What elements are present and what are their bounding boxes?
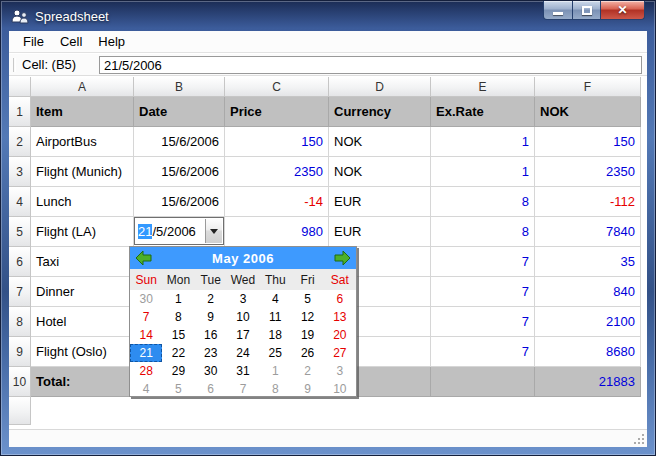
calendar-day[interactable]: 13	[324, 308, 356, 326]
calendar-day[interactable]: 3	[227, 290, 259, 308]
cell-A7[interactable]: Dinner	[31, 277, 134, 307]
cell-E10[interactable]	[431, 367, 535, 397]
calendar-day[interactable]: 27	[324, 344, 356, 362]
cell-C5[interactable]: 980	[225, 217, 329, 247]
cell-E1[interactable]: Ex.Rate	[431, 97, 535, 127]
cell-B4[interactable]: 15/6/2006	[134, 187, 225, 217]
calendar-day[interactable]: 20	[324, 326, 356, 344]
calendar-day[interactable]: 5	[291, 290, 323, 308]
cell-A6[interactable]: Taxi	[31, 247, 134, 277]
cell-D5[interactable]: EUR	[329, 217, 431, 247]
cell-D3[interactable]: NOK	[329, 157, 431, 187]
cell-F6[interactable]: 35	[535, 247, 641, 277]
calendar-day[interactable]: 31	[227, 362, 259, 380]
cell-E2[interactable]: 1	[431, 127, 535, 157]
toolbar-grip[interactable]	[13, 58, 16, 72]
row-header-6[interactable]: 6	[9, 247, 31, 277]
corner-header-cell[interactable]	[9, 77, 31, 97]
calendar-day[interactable]: 11	[259, 308, 291, 326]
cell-A8[interactable]: Hotel	[31, 307, 134, 337]
row-header-2[interactable]: 2	[9, 127, 31, 157]
maximize-button[interactable]	[573, 1, 601, 20]
row-header-4[interactable]: 4	[9, 187, 31, 217]
cell-B1[interactable]: Date	[134, 97, 225, 127]
title-bar[interactable]: Spreadsheet ✕	[1, 1, 655, 31]
calendar-day[interactable]: 17	[227, 326, 259, 344]
calendar-day[interactable]: 12	[291, 308, 323, 326]
calendar-day[interactable]: 1	[162, 290, 194, 308]
calendar-day[interactable]: 3	[324, 362, 356, 380]
calendar-day[interactable]: 10	[324, 380, 356, 398]
cell-C4[interactable]: -14	[225, 187, 329, 217]
calendar-day[interactable]: 1	[259, 362, 291, 380]
cell-F3[interactable]: 2350	[535, 157, 641, 187]
next-month-button[interactable]	[334, 251, 351, 266]
cell-D4[interactable]: EUR	[329, 187, 431, 217]
calendar-day[interactable]: 5	[162, 380, 194, 398]
row-header-7[interactable]: 7	[9, 277, 31, 307]
cell-C3[interactable]: 2350	[225, 157, 329, 187]
formula-input[interactable]	[99, 56, 642, 74]
cell-A1[interactable]: Item	[31, 97, 134, 127]
calendar-day-selected[interactable]: 21	[130, 344, 162, 362]
cell-F10[interactable]: 21883	[535, 367, 641, 397]
cell-E9[interactable]: 7	[431, 337, 535, 367]
column-header-c[interactable]: C	[225, 77, 329, 97]
cell-A2[interactable]: AirportBus	[31, 127, 134, 157]
calendar-day[interactable]: 6	[195, 380, 227, 398]
calendar-day[interactable]: 9	[291, 380, 323, 398]
cell-D2[interactable]: NOK	[329, 127, 431, 157]
cell-F1[interactable]: NOK	[535, 97, 641, 127]
cell-D1[interactable]: Currency	[329, 97, 431, 127]
calendar-day[interactable]: 24	[227, 344, 259, 362]
menu-item-file[interactable]: File	[15, 32, 52, 51]
calendar-day[interactable]: 15	[162, 326, 194, 344]
calendar-day[interactable]: 22	[162, 344, 194, 362]
cell-A3[interactable]: Flight (Munich)	[31, 157, 134, 187]
cell-F7[interactable]: 840	[535, 277, 641, 307]
cell-E5[interactable]: 8	[431, 217, 535, 247]
resize-grip[interactable]	[634, 434, 644, 444]
column-header-e[interactable]: E	[431, 77, 535, 97]
column-header-f[interactable]: F	[535, 77, 641, 97]
calendar-day[interactable]: 26	[291, 344, 323, 362]
cell-F8[interactable]: 2100	[535, 307, 641, 337]
calendar-day[interactable]: 14	[130, 326, 162, 344]
cell-F4[interactable]: -112	[535, 187, 641, 217]
cell-C2[interactable]: 150	[225, 127, 329, 157]
calendar-day[interactable]: 16	[195, 326, 227, 344]
column-header-d[interactable]: D	[329, 77, 431, 97]
cell-B2[interactable]: 15/6/2006	[134, 127, 225, 157]
cell-B5[interactable]: 21/5/2006	[134, 217, 225, 247]
calendar-day[interactable]: 30	[195, 362, 227, 380]
row-header-8[interactable]: 8	[9, 307, 31, 337]
cell-E7[interactable]: 7	[431, 277, 535, 307]
calendar-day[interactable]: 8	[259, 380, 291, 398]
calendar-day[interactable]: 29	[162, 362, 194, 380]
cell-F5[interactable]: 7840	[535, 217, 641, 247]
calendar-day[interactable]: 8	[162, 308, 194, 326]
calendar-day[interactable]: 6	[324, 290, 356, 308]
calendar-day[interactable]: 4	[130, 380, 162, 398]
calendar-day[interactable]: 23	[195, 344, 227, 362]
row-header-empty[interactable]	[9, 397, 31, 425]
column-header-b[interactable]: B	[134, 77, 225, 97]
row-header-9[interactable]: 9	[9, 337, 31, 367]
cell-A5[interactable]: Flight (LA)	[31, 217, 134, 247]
minimize-button[interactable]	[543, 1, 573, 20]
date-editor-combobox[interactable]: 21/5/2006	[134, 217, 224, 245]
row-header-3[interactable]: 3	[9, 157, 31, 187]
date-editor-value[interactable]: 21/5/2006	[135, 224, 196, 239]
cell-E8[interactable]: 7	[431, 307, 535, 337]
row-header-10[interactable]: 10	[9, 367, 31, 397]
calendar-day[interactable]: 28	[130, 362, 162, 380]
cell-E4[interactable]: 8	[431, 187, 535, 217]
row-header-1[interactable]: 1	[9, 97, 31, 127]
close-button[interactable]: ✕	[601, 1, 645, 20]
column-header-a[interactable]: A	[31, 77, 134, 97]
calendar-day[interactable]: 25	[259, 344, 291, 362]
calendar-day[interactable]: 19	[291, 326, 323, 344]
previous-month-button[interactable]	[135, 251, 152, 266]
calendar-day[interactable]: 2	[291, 362, 323, 380]
cell-A10[interactable]: Total:	[31, 367, 134, 397]
